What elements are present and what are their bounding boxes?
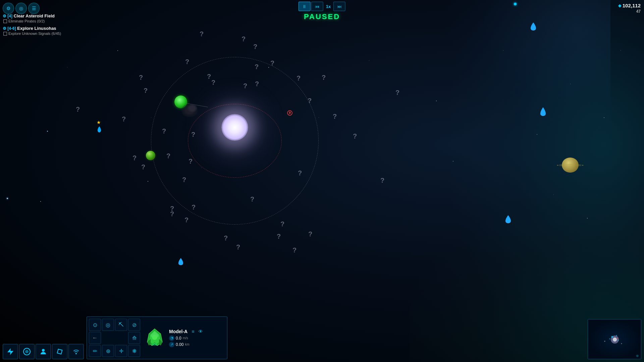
unknown-signal: ? [141,163,145,171]
ship-ctrl-row-3: ✏ ⊛ ✛ ❋ [89,345,140,357]
ship-ctrl-row-2: ← ⟰ [89,332,140,344]
speed-value: 0.0 [176,336,181,341]
target-button[interactable]: ◎ [102,319,114,331]
unknown-signal: ? [277,233,281,240]
nav-left-button[interactable]: ← [89,332,101,344]
svg-point-7 [75,353,77,354]
speed-stat: ◔ 0.0 m/s [169,336,203,341]
svg-point-24 [617,338,618,339]
top-center-controls: ⏸ ⏮ 1x ⏭ PAUSED [299,2,345,21]
svg-rect-6 [57,349,62,354]
top-left-icons: ⚙ ◎ ☰ [3,3,40,14]
minimap[interactable]: ⊕ [588,319,641,359]
menu-button[interactable]: ☰ [28,3,40,14]
svg-point-22 [604,341,605,342]
style-button[interactable] [19,344,35,359]
currency-row: ◆ 102,112 [618,3,641,8]
currency-value: 102,112 [623,3,641,8]
unknown-signal: ? [224,234,228,242]
unknown-signal: ? [292,246,297,254]
unknown-signal: ? [380,177,384,184]
space-background: ★ [0,0,644,362]
ship-right-mid[interactable] [539,107,547,118]
unknown-signal: ? [144,87,148,95]
paused-label: PAUSED [304,12,340,21]
svg-point-20 [609,339,610,340]
mine-button[interactable]: ⛏ [115,319,127,331]
ship-top-right[interactable] [530,22,537,33]
bottom-ui: ⊙ ◎ ⛏ ⊘ ← ⟰ ✏ ⊛ ✛ ❋ [0,316,644,362]
sub-resource-row: 47 [636,9,641,14]
planet-small-green[interactable] [146,151,155,160]
orbit-outer [151,57,319,225]
distance-icon: ↗ [169,342,174,347]
unknown-signal: ? [236,243,240,251]
settings-button[interactable]: ⚙ [3,3,14,14]
top-right-resources: ◆ 102,112 47 [618,3,641,14]
rewind-button[interactable]: ⏮ [311,2,323,11]
ship-bottom-right[interactable] [505,215,512,225]
main-toolbar [3,344,84,359]
minimap-inner: ⊕ [588,319,641,359]
unknown-signal: ? [200,30,204,38]
ship-name: Model-A [169,329,187,334]
unknown-signal: ? [353,132,357,140]
speed-label: 1x [324,4,333,9]
map-button[interactable]: ◎ [15,3,27,14]
ship-ctrl-row-1: ⊙ ◎ ⛏ ⊘ [89,319,140,331]
unknown-signal: ? [170,210,174,218]
orbit-button[interactable]: ⊛ [102,345,114,357]
asteroid [187,104,197,112]
speed-unit: m/s [183,336,188,340]
ship-bottom-left[interactable] [178,257,184,267]
unknown-signal: ? [322,74,326,81]
enemy-marker[interactable]: ? [287,110,293,118]
unknown-signal: ? [122,115,126,123]
distance-unit: km [185,343,189,346]
unknown-signal: ? [333,113,337,120]
pause-button[interactable]: ⏸ [299,2,311,11]
unknown-signal: ? [185,58,189,66]
ship-menu-button[interactable]: ≡ [192,329,194,334]
toolbar-row-1 [3,344,84,359]
ship-stats: ◔ 0.0 m/s ↗ 0.00 km [169,336,203,347]
build-button[interactable] [3,344,18,359]
playback-controls: ⏸ ⏮ 1x ⏭ [299,2,345,11]
unknown-signal: ? [308,230,312,238]
special-button[interactable]: ❋ [128,345,140,357]
ship-name-row: Model-A ≡ 👁 [169,329,203,334]
unknown-signal: ? [395,89,399,97]
unknown-signal: ? [139,74,143,81]
unknown-signal: ? [297,74,301,82]
planet-saturn[interactable] [562,158,579,173]
characters-button[interactable] [36,344,51,359]
distance-stat: ↗ 0.00 km [169,342,203,347]
steer-button[interactable]: ⊙ [89,319,101,331]
navigate-button[interactable]: ⟰ [128,332,140,344]
draw-button[interactable]: ✏ [89,345,101,357]
ship-left-blue[interactable] [96,126,103,134]
svg-point-18 [611,336,613,338]
minimap-expand-icon[interactable]: ⊕ [636,354,640,358]
forward-button[interactable]: ⏭ [333,2,345,11]
unknown-signal: ? [280,220,284,228]
cancel-button[interactable]: ⊘ [128,319,140,331]
objects-button[interactable] [52,344,67,359]
signals-button[interactable] [68,344,84,359]
blue-accent-dot [514,3,517,5]
unknown-signal: ? [184,216,189,224]
unknown-signal: ? [76,106,80,113]
ship-info: Model-A ≡ 👁 ◔ 0.0 m/s ↗ 0.00 km [169,329,203,347]
svg-point-5 [42,349,45,352]
unknown-signal: ? [241,35,246,43]
svg-point-14 [152,343,157,346]
ship-eye-button[interactable]: 👁 [198,329,203,334]
move-button[interactable]: ✛ [115,345,127,357]
star-center [221,114,248,141]
svg-point-23 [621,343,622,344]
unknown-signal: ? [253,43,257,51]
svg-point-4 [25,350,29,353]
ship-panel: ⊙ ◎ ⛏ ⊘ ← ⟰ ✏ ⊛ ✛ ❋ [87,316,227,359]
svg-point-19 [616,335,617,336]
yellow-star-marker: ★ [97,120,101,125]
